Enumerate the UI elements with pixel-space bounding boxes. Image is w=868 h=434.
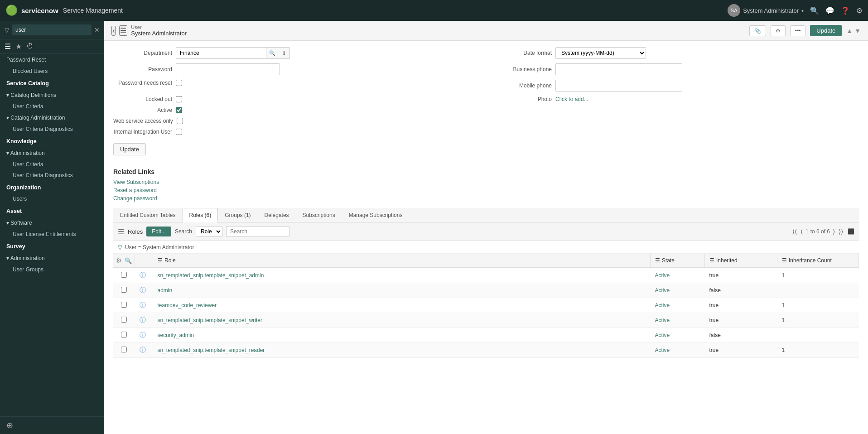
- sidebar-group-software[interactable]: ▾ Software: [0, 217, 104, 229]
- sidebar-group-catalog-definitions[interactable]: ▾ Catalog Definitions: [0, 89, 104, 101]
- table-edit-button[interactable]: Edit...: [146, 227, 171, 236]
- sidebar-search-input[interactable]: [12, 24, 92, 35]
- sidebar-section-organization[interactable]: Organization: [0, 181, 104, 193]
- web-service-checkbox[interactable]: [177, 118, 183, 124]
- clear-search-icon[interactable]: ✕: [94, 26, 100, 34]
- department-input[interactable]: [176, 47, 266, 59]
- department-lookup-button[interactable]: 🔍: [266, 47, 278, 59]
- sidebar-item-password-reset[interactable]: Password Reset: [0, 54, 104, 66]
- last-page-button[interactable]: ⟩⟩: [838, 228, 844, 235]
- info-icon[interactable]: ⓘ: [140, 301, 149, 309]
- department-info-button[interactable]: ℹ: [278, 47, 290, 59]
- sidebar-item-user-criteria-diagnostics-2[interactable]: User Criteria Diagnostics: [0, 170, 104, 181]
- table-collapse-icon[interactable]: ⬛: [848, 228, 854, 235]
- mobile-phone-input[interactable]: [555, 80, 682, 92]
- column-search-icon[interactable]: 🔍: [125, 257, 132, 264]
- tab-delegates[interactable]: Delegates: [258, 208, 296, 222]
- active-checkbox[interactable]: [176, 107, 182, 113]
- form-settings-button[interactable]: ⚙: [771, 25, 786, 36]
- info-icon[interactable]: ⓘ: [140, 346, 149, 354]
- th-count[interactable]: ☰ Inheritance Count: [777, 254, 859, 268]
- info-icon[interactable]: ⓘ: [140, 331, 149, 339]
- state-link[interactable]: Active: [655, 287, 670, 294]
- row-checkbox[interactable]: [121, 302, 127, 308]
- sidebar-tab-filter[interactable]: ☰: [5, 42, 11, 51]
- th-role[interactable]: ☰ Role: [153, 254, 651, 268]
- help-icon[interactable]: ❓: [841, 6, 850, 15]
- state-link[interactable]: Active: [655, 332, 670, 338]
- role-link[interactable]: sn_templated_snip.template_snippet_admin: [158, 272, 264, 279]
- first-page-button[interactable]: ⟨⟨: [791, 228, 798, 235]
- prev-record-button[interactable]: ▲: [846, 27, 853, 34]
- info-icon[interactable]: ⓘ: [140, 286, 149, 294]
- sidebar-group-administration-2[interactable]: ▾ Administration: [0, 252, 104, 264]
- state-link[interactable]: Active: [655, 317, 670, 323]
- chat-icon[interactable]: 💬: [825, 6, 834, 15]
- header-update-button[interactable]: Update: [810, 25, 842, 36]
- role-link[interactable]: sn_templated_snip.template_snippet_write…: [158, 317, 262, 323]
- internal-integration-checkbox[interactable]: [176, 129, 182, 135]
- column-settings-icon[interactable]: ⚙: [116, 257, 122, 264]
- add-module-button[interactable]: ⊕: [6, 421, 13, 430]
- header-menu-button[interactable]: ☰: [119, 25, 127, 36]
- attachment-button[interactable]: 📎: [749, 25, 766, 36]
- search-icon[interactable]: 🔍: [810, 6, 819, 15]
- sidebar-section-service-catalog[interactable]: Service Catalog: [0, 77, 104, 89]
- sidebar-section-asset[interactable]: Asset: [0, 204, 104, 217]
- sidebar-item-user-criteria-diagnostics-1[interactable]: User Criteria Diagnostics: [0, 124, 104, 135]
- sidebar-item-user-groups[interactable]: User Groups: [0, 264, 104, 275]
- sidebar-section-knowledge[interactable]: Knowledge: [0, 135, 104, 147]
- business-phone-input[interactable]: [555, 63, 682, 75]
- form-update-button[interactable]: Update: [113, 143, 146, 155]
- row-checkbox[interactable]: [121, 272, 127, 278]
- sidebar-item-user-criteria-1[interactable]: User Criteria: [0, 101, 104, 112]
- role-link[interactable]: teamdev_code_reviewer: [158, 302, 217, 309]
- role-link[interactable]: security_admin: [158, 332, 194, 338]
- reset-password-link[interactable]: Reset a password: [113, 187, 859, 193]
- table-search-input[interactable]: [226, 226, 289, 237]
- row-checkbox[interactable]: [121, 347, 127, 352]
- pw-reset-checkbox[interactable]: [176, 80, 182, 86]
- sidebar-item-blocked-users[interactable]: Blocked Users: [0, 66, 104, 77]
- tab-roles[interactable]: Roles (6): [183, 208, 218, 222]
- th-inherited[interactable]: ☰ Inherited: [705, 254, 777, 268]
- sidebar-group-administration-1[interactable]: ▾ Administration: [0, 147, 104, 159]
- table-menu-icon[interactable]: ☰: [118, 227, 124, 236]
- view-subscriptions-link[interactable]: View Subscriptions: [113, 179, 859, 185]
- role-link[interactable]: sn_templated_snip.template_snippet_reade…: [158, 347, 265, 353]
- back-button[interactable]: ‹: [111, 26, 116, 36]
- sidebar-item-user-criteria-2[interactable]: User Criteria: [0, 159, 104, 170]
- tab-manage-subscriptions[interactable]: Manage Subscriptions: [342, 208, 410, 222]
- row-checkbox[interactable]: [121, 332, 127, 338]
- date-format-select[interactable]: System (yyyy-MM-dd): [555, 47, 646, 59]
- more-actions-button[interactable]: •••: [790, 25, 806, 36]
- info-icon[interactable]: ⓘ: [140, 316, 149, 324]
- state-link[interactable]: Active: [655, 272, 670, 279]
- row-checkbox[interactable]: [121, 317, 127, 323]
- next-record-button[interactable]: ▼: [854, 27, 861, 34]
- dropdown-chevron[interactable]: ▾: [801, 8, 804, 13]
- tab-entitled-custom-tables[interactable]: Entitled Custom Tables: [113, 208, 183, 222]
- info-icon[interactable]: ⓘ: [140, 271, 149, 280]
- next-page-button[interactable]: ⟩: [832, 228, 836, 235]
- photo-link[interactable]: Click to add...: [555, 96, 588, 102]
- tab-subscriptions[interactable]: Subscriptions: [296, 208, 342, 222]
- state-link[interactable]: Active: [655, 347, 670, 353]
- sidebar-item-user-license[interactable]: User License Entitlements: [0, 229, 104, 240]
- search-field-select[interactable]: Role: [196, 226, 222, 237]
- th-state[interactable]: ☰ State: [651, 254, 705, 268]
- sidebar-tab-favorites[interactable]: ★: [15, 42, 22, 51]
- sidebar-item-users[interactable]: Users: [0, 193, 104, 204]
- role-link[interactable]: admin: [158, 287, 173, 294]
- row-checkbox[interactable]: [121, 287, 127, 293]
- sidebar-section-survey[interactable]: Survey: [0, 240, 104, 252]
- settings-icon[interactable]: ⚙: [856, 6, 863, 15]
- prev-page-button[interactable]: ⟨: [800, 228, 804, 235]
- sidebar-tab-history[interactable]: ⏱: [26, 42, 34, 51]
- state-link[interactable]: Active: [655, 302, 670, 309]
- change-password-link[interactable]: Change password: [113, 195, 859, 202]
- tab-groups[interactable]: Groups (1): [218, 208, 257, 222]
- locked-out-checkbox[interactable]: [176, 96, 182, 102]
- password-input[interactable]: [176, 63, 280, 75]
- sidebar-group-catalog-admin[interactable]: ▾ Catalog Administration: [0, 112, 104, 124]
